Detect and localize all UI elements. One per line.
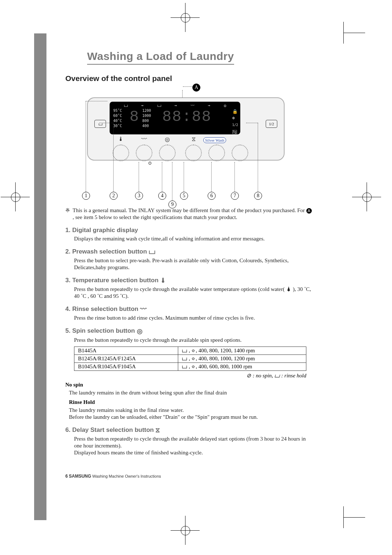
item-3-body: Press the button repeatedly to cycle thr… [74,286,312,300]
knob-spin: ◎ [159,145,176,161]
item-3-head: 3. Temperature selection button 🌡 [65,277,312,284]
crop-mark-bottom [174,519,196,541]
nospin-text: The laundry remains in the drum without … [69,389,312,396]
item-1-body: Displays the remaining wash cycle time,a… [74,235,312,242]
half-load-icon: 1/2 [266,120,277,128]
page-content: Washing a Load of Laundry Overview of th… [65,50,312,456]
temperature-icon: 🌡 [160,277,167,284]
crop-mark-br [343,506,365,528]
item-2-body: Press the button to select pre-wash. Pre… [74,257,312,271]
rinse-icon-inline: 〰 [140,305,147,313]
crop-mark-right [356,186,377,208]
crop-mark-top [174,7,196,28]
item-5-body: Press the button repeatedly to cycle thr… [74,337,312,344]
page-sidebar [34,33,46,520]
note-text-2: , see item 5 below to select the right s… [73,214,237,220]
callout-5: 5 [180,192,188,200]
item-6-body: Press the button repeatedly to cycle thr… [74,436,312,456]
page-footer: 6 SAMSUNG Washing Machine Owner's Instru… [65,474,161,479]
knob-rinse: 〰 [136,145,152,161]
callout-4: 4 [158,192,166,200]
item-4-head: 4. Rinse selection button 〰 [65,305,312,313]
crop-mark-tr [343,22,365,44]
crop-mark-left [4,186,26,208]
page-title: Washing a Load of Laundry [87,50,234,65]
table-row: B1445A⌴ , ⊘ , 400, 800, 1200, 1400 rpm [74,347,306,355]
item-5-head: 5. Spin selection button ◎ [65,327,312,335]
rinsehold-title: Rinse Hold [69,399,312,405]
door-icon: ⊙ [148,161,152,166]
spin-legend: ⊘ : no spin, ⌴ : rinse hold [74,372,306,379]
callout-7: 7 [231,192,239,200]
knob-extra [232,145,248,161]
knob-temperature: 🌡 [113,145,129,161]
note-a-badge: A [306,208,312,214]
page-number: 6 [65,474,68,479]
spin-options-table: B1445A⌴ , ⊘ , 400, 800, 1200, 1400 rpm B… [74,347,306,371]
brand-name: SAMSUNG [69,474,91,479]
knob-silverwash [208,145,225,161]
digital-display: ⌴→⌴→〰→◎ 95˚C 60˚C 40˚C 30˚C 8 1200 1000 … [110,102,240,134]
rinsehold-text: The laundry remains soaking in the final… [69,407,312,421]
note-text-1: This is a general manual. The INLAY syst… [73,207,306,213]
callout-2: 2 [110,192,118,200]
display-top-icons: ⌴→⌴→〰→◎ [117,103,233,108]
display-digit: 8 [130,108,139,126]
note-mark-icon: ※ [65,207,73,214]
callout-3: 3 [135,192,143,200]
rinse-icon: 〰 [141,136,147,142]
prewash-side-icon: ⌴ [94,120,106,128]
nospin-title: No spin [65,382,312,388]
display-right-icons: 🔒❄1/2Ag [232,108,238,135]
hourglass-icon: ⧖ [192,136,196,142]
temp-column: 95˚C 60˚C 40˚C 30˚C [113,108,122,129]
callout-a: A [192,84,200,92]
item-1-head: 1. Digital graphic display [65,227,312,234]
item-6-head: 6. Delay Start selection button ⧖ [65,426,312,434]
table-row: B1245A/R1245A/F1245A⌴ , ⊘ , 400, 800, 10… [74,355,306,363]
callout-6: 6 [208,192,216,200]
panel-body: ⌴ 1/2 ⌴→⌴→〰→◎ 95˚C 60˚C 40˚C 30˚C 8 1200… [87,97,285,161]
general-note: ※This is a general manual. The INLAY sys… [65,207,312,221]
knob-delay: ⧖ [185,145,202,161]
delay-icon-inline: ⧖ [155,426,160,434]
footer-text: Washing Machine Owner's Instructions [92,474,161,478]
spin-icon-inline: ◎ [137,328,143,335]
item-2-head: 2. Prewash selection button ⌴ [65,248,312,256]
time-digits: 88:88 [162,108,212,126]
section-title: Overview of the control panel [65,74,312,83]
table-row: B1045A/R1045A/F1045A⌴ , ⊘ , 400, 600, 80… [74,363,306,371]
silverwash-label: Silver Wash [203,137,226,143]
thermometer-icon: 🌡 [118,136,124,142]
speed-column: 1200 1000 800 400 [142,108,151,129]
callout-9: 9 [168,200,176,208]
control-panel-diagram: A ⌴ 1/2 ⌴→⌴→〰→◎ 95˚C 60˚C 40˚C 30˚C 8 12… [87,86,283,203]
callout-8: 8 [254,192,262,200]
item-4-body: Press the rinse button to add rinse cycl… [74,315,312,321]
prewash-icon: ⌴ [149,248,155,255]
callout-1: 1 [82,192,90,200]
spin-icon: ◎ [165,136,170,143]
